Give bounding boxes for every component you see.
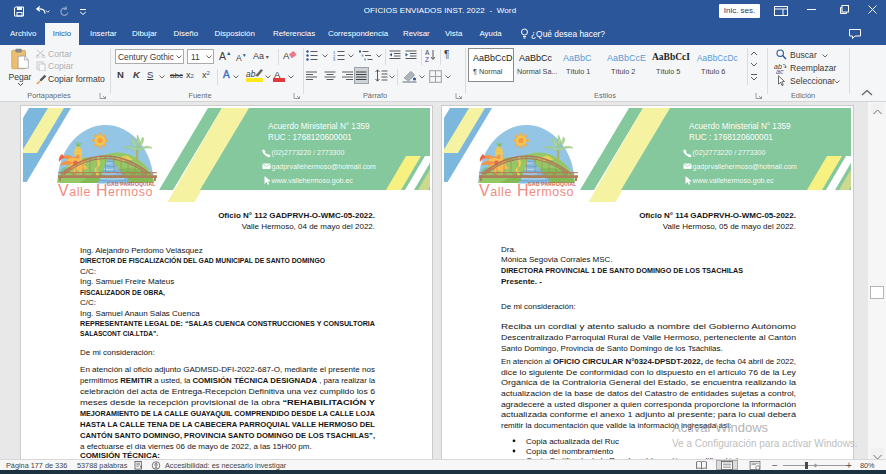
svg-text:Dra.: Dra. [501, 245, 516, 254]
svg-text:Oficio N° 112 GADPRVH-O-WMC-05: Oficio N° 112 GADPRVH-O-WMC-05-2022. [218, 211, 375, 220]
svg-text:Valle Hermoso, 04 de mayo del: Valle Hermoso, 04 de mayo del 2022. [242, 222, 375, 231]
svg-text:DIRECTORA PROVINCIAL 1 DE SANT: DIRECTORA PROVINCIAL 1 DE SANTO DOMINGO … [501, 266, 744, 275]
svg-text:De mi consideración:: De mi consideración: [501, 302, 576, 311]
svg-text:DIRECTOR DE FISCALIZACIÓN DEL: DIRECTOR DE FISCALIZACIÓN DEL GAD MUNICI… [80, 256, 325, 265]
svg-text:meses desde la recepción provi: meses desde la recepción provisional de … [80, 398, 376, 407]
svg-text:Ing. Samuel Anaun Salas Cuenca: Ing. Samuel Anaun Salas Cuenca [80, 309, 200, 318]
svg-text:C/C:: C/C: [80, 267, 96, 276]
svg-text:C/C:: C/C: [80, 298, 96, 307]
svg-text:Santo Domingo, Provincia de Sa: Santo Domingo, Provincia de Santo Doming… [501, 344, 723, 353]
svg-text:Mónica Segovia Corrales MSC.: Mónica Segovia Corrales MSC. [501, 255, 613, 264]
svg-text:COMISIÓN TÉCNICA:: COMISIÓN TÉCNICA: [80, 451, 160, 459]
svg-text:Reciba un cordial y atento sal: Reciba un cordial y atento saludo a nomb… [501, 322, 797, 331]
svg-text:actualizada conforme el anexo: actualizada conforme el anexo 1 adjunto … [501, 410, 797, 419]
svg-text:Copia actualizada del Ruc: Copia actualizada del Ruc [526, 437, 619, 446]
svg-text:REPRESENTANTE LEGAL DE: “SALAS: REPRESENTANTE LEGAL DE: “SALAS CUENCA CO… [80, 319, 375, 328]
svg-text:Descentralizado Parroquial Rur: Descentralizado Parroquial Rural de Vall… [501, 333, 796, 342]
svg-text:ac: ac [776, 68, 784, 74]
svg-text:dice lo siguiente De conformid: dice lo siguiente De conformidad con lo … [501, 368, 796, 377]
svg-text:Oficio N° 114 GADPRVH-O-WMC-05: Oficio N° 114 GADPRVH-O-WMC-05-2022. [639, 211, 796, 220]
svg-text:HASTA LA CALLE TENA DE LA CABE: HASTA LA CALLE TENA DE LA CABECERA PARRO… [80, 420, 375, 429]
svg-text:FISCALIZADOR DE OBRA,: FISCALIZADOR DE OBRA, [80, 288, 165, 297]
svg-text:En atención al OFICIO CIRCULAR: En atención al OFICIO CIRCULAR N°0324-DP… [501, 357, 796, 366]
svg-text:agradeceré a usted disponer a: agradeceré a usted disponer a quien corr… [501, 400, 796, 409]
svg-text:a efectuarse el día viernes 06: a efectuarse el día viernes 06 de mayo d… [80, 442, 312, 451]
svg-text:CANTÓN SANTO DOMINGO, PROVINCI: CANTÓN SANTO DOMINGO, PROVINCIA SANTO DO… [80, 431, 375, 440]
svg-text:Orgánica de la Contraloría Gen: Orgánica de la Contraloría General del E… [501, 378, 797, 387]
svg-text:Ing. Alejandro Perdomo Velásqu: Ing. Alejandro Perdomo Velásquez [80, 246, 203, 255]
svg-text:3: 3 [333, 57, 336, 61]
svg-text:Presente. -: Presente. - [501, 277, 542, 286]
svg-text:De mi consideración:: De mi consideración: [80, 348, 155, 357]
svg-text:Ing. Samuel Freire Mateus: Ing. Samuel Freire Mateus [80, 277, 174, 286]
svg-text:celebración del acta de Entreg: celebración del acta de Entrega-Recepció… [80, 387, 376, 396]
svg-text:Valle Hermoso, 05 de mayo del: Valle Hermoso, 05 de mayo del 2022. [663, 222, 796, 231]
svg-text:SALASCONT CIA.LTDA”.: SALASCONT CIA.LTDA”. [80, 329, 158, 338]
svg-text:En atención al oficio adjunto: En atención al oficio adjunto GADMSD-DFI… [80, 365, 375, 374]
svg-text:Z: Z [425, 56, 429, 63]
svg-text:Copia del nombramiento: Copia del nombramiento [526, 447, 614, 456]
svg-text:permitimos REMITIR a usted, la: permitimos REMITIR a usted, la COMISIÓN … [80, 376, 376, 385]
svg-text:actualización de la base de da: actualización de la base de datos del Ca… [501, 389, 796, 398]
svg-text:MEJORAMIENTO DE LA CALLE GUAYA: MEJORAMIENTO DE LA CALLE GUAYAQUIL COMPR… [80, 409, 375, 418]
